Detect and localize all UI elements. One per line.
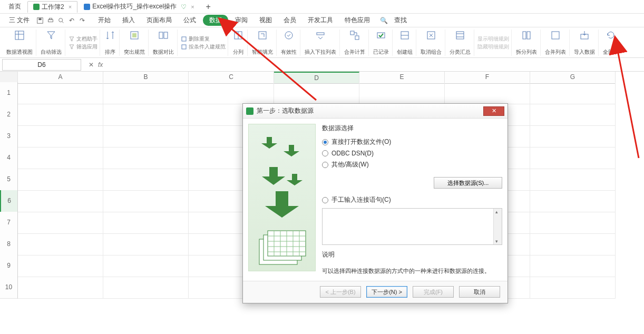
cell-B1[interactable]: [103, 82, 189, 104]
tool-highlight[interactable]: 突出规范: [121, 30, 149, 56]
cell-G5[interactable]: [530, 169, 616, 191]
cell-A2[interactable]: [18, 104, 103, 126]
connection-string-textarea[interactable]: [322, 208, 502, 245]
tool-validation[interactable]: 有效性: [278, 30, 300, 56]
cell-B2[interactable]: [103, 104, 189, 126]
cell-B6[interactable]: [103, 190, 189, 212]
cell-B9[interactable]: [103, 255, 189, 277]
tab-home[interactable]: 首页: [3, 1, 26, 13]
tool-show-detail[interactable]: 显示明细规则: [477, 35, 509, 43]
tool-doc-assist[interactable]: 文档助手: [69, 35, 97, 43]
tool-group-create[interactable]: 创建组: [394, 30, 416, 56]
radio-other[interactable]: 其他/高级(W): [322, 160, 502, 169]
tab-close-icon[interactable]: ×: [69, 4, 72, 10]
next-button[interactable]: 下一步(N) >: [366, 286, 407, 298]
cell-B10[interactable]: [103, 277, 189, 299]
tool-pivot[interactable]: 数据透视图: [3, 30, 36, 56]
cell-A9[interactable]: [18, 255, 103, 277]
tool-reapply[interactable]: 筛选应用: [69, 43, 97, 51]
tool-subtotal[interactable]: 分类汇总: [446, 30, 474, 56]
cell-B3[interactable]: [103, 125, 189, 148]
cell-F1[interactable]: [445, 82, 530, 104]
row-header-7[interactable]: 7: [0, 212, 18, 234]
preview-icon[interactable]: [57, 17, 65, 24]
cell-A5[interactable]: [18, 169, 103, 191]
cancel-button[interactable]: 取消: [459, 286, 500, 298]
tool-dropdown[interactable]: 插入下拉列表: [301, 30, 340, 56]
row-header-4[interactable]: 4: [0, 147, 18, 169]
cell-A10[interactable]: [18, 277, 103, 299]
tool-remove-dup[interactable]: 删除重复: [181, 35, 210, 43]
menu-dev-tools[interactable]: 开发工具: [303, 15, 338, 26]
cell-G4[interactable]: [530, 147, 616, 169]
cell-G3[interactable]: [530, 125, 616, 148]
search-icon[interactable]: 🔍: [380, 17, 387, 24]
cell-G7[interactable]: [530, 212, 616, 234]
cell-G1[interactable]: [530, 82, 616, 104]
tool-import-data[interactable]: 导入数据: [571, 30, 599, 56]
radio-manual[interactable]: 手工输入连接语句(C): [322, 195, 502, 204]
cell-G10[interactable]: [530, 277, 616, 299]
cell-G8[interactable]: [530, 233, 616, 256]
tool-recorded[interactable]: 已记录: [370, 30, 393, 56]
cell-A4[interactable]: [18, 147, 103, 169]
fx-icon[interactable]: fx: [98, 61, 103, 68]
cell-A1[interactable]: [18, 82, 103, 104]
cell-B4[interactable]: [103, 147, 189, 169]
menu-special[interactable]: 特色应用: [340, 15, 375, 26]
row-header-1[interactable]: 1: [0, 82, 18, 104]
cell-B5[interactable]: [103, 169, 189, 191]
dialog-titlebar[interactable]: 第一步：选取数据源 ✕: [243, 104, 508, 119]
tool-refresh-all[interactable]: 全部刷: [600, 30, 622, 56]
tab-workbook2[interactable]: 工作簿2 ×: [27, 1, 77, 13]
tool-text-to-cols[interactable]: 分列: [229, 30, 248, 56]
tab-close-icon[interactable]: ×: [191, 4, 194, 10]
tool-cond-rule[interactable]: 按条件入建规范: [181, 43, 226, 51]
cell-A7[interactable]: [18, 212, 103, 234]
row-header-2[interactable]: 2: [0, 104, 18, 126]
menu-find[interactable]: 查找: [389, 15, 412, 26]
cell-E1[interactable]: [359, 82, 445, 104]
select-source-button[interactable]: 选择数据源(S)...: [434, 177, 502, 189]
cell-A3[interactable]: [18, 125, 103, 148]
menu-page-layout[interactable]: 页面布局: [142, 15, 177, 26]
cell-A6[interactable]: [18, 190, 103, 212]
tool-consolidate[interactable]: 合并计算: [341, 30, 369, 56]
cell-G2[interactable]: [530, 104, 616, 126]
tool-split-list[interactable]: 拆分列表: [513, 30, 541, 56]
cell-C1[interactable]: [189, 82, 274, 104]
undo-icon[interactable]: ↶: [68, 17, 75, 24]
cell-D1[interactable]: [274, 82, 359, 104]
name-box[interactable]: D6: [2, 59, 81, 71]
menu-data[interactable]: 数据: [203, 15, 228, 26]
menu-review[interactable]: 审阅: [230, 15, 252, 26]
tool-merge-list[interactable]: 合并列表: [542, 30, 570, 56]
row-header-3[interactable]: 3: [0, 125, 18, 148]
row-header-8[interactable]: 8: [0, 233, 18, 256]
tab-article[interactable]: Excel操作技巧_操作excel操作 ♡ ×: [79, 1, 199, 13]
menu-view[interactable]: 视图: [255, 15, 277, 26]
menu-file[interactable]: 三 文件: [4, 15, 34, 26]
row-header-5[interactable]: 5: [0, 169, 18, 191]
save-icon[interactable]: [36, 17, 44, 24]
tool-compare[interactable]: 数据对比: [150, 30, 178, 56]
cell-A8[interactable]: [18, 233, 103, 256]
radio-odbc[interactable]: ODBC DSN(D): [322, 150, 502, 157]
cell-G9[interactable]: [530, 255, 616, 277]
menu-insert[interactable]: 插入: [118, 15, 140, 26]
cell-B7[interactable]: [103, 212, 189, 234]
cell-G6[interactable]: [530, 190, 616, 212]
menu-formula[interactable]: 公式: [179, 15, 201, 26]
tool-hide-detail[interactable]: 隐藏明细规则: [477, 43, 509, 51]
menu-start[interactable]: 开始: [93, 15, 115, 26]
tool-sort[interactable]: 排序: [101, 30, 120, 56]
cell-B8[interactable]: [103, 233, 189, 256]
dialog-close-button[interactable]: ✕: [483, 106, 504, 116]
menu-member[interactable]: 会员: [279, 15, 301, 26]
tool-flash-fill[interactable]: 智能填充: [249, 30, 277, 56]
tool-ungroup[interactable]: 取消组合: [417, 30, 445, 56]
radio-open-file[interactable]: 直接打开数据文件(O): [322, 137, 502, 146]
tab-add-button[interactable]: +: [201, 2, 216, 12]
formula-input[interactable]: [108, 59, 644, 71]
print-icon[interactable]: [47, 17, 54, 24]
